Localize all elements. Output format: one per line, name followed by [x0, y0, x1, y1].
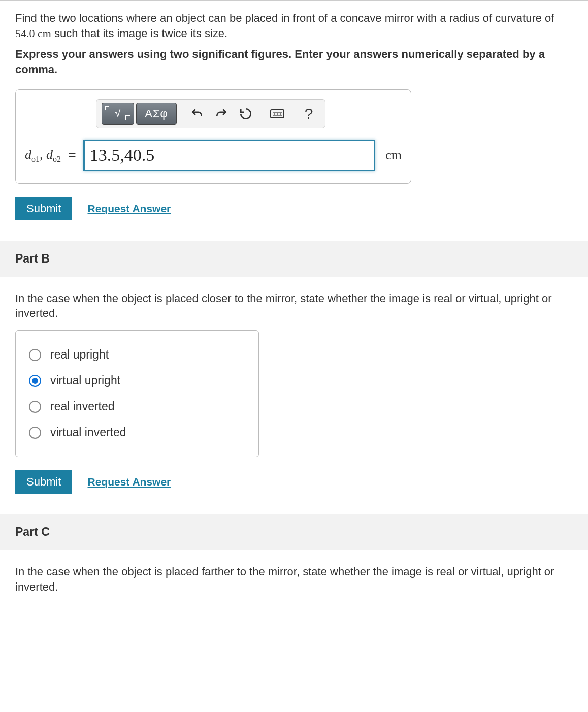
partC-prompt: In the case when the object is placed fa…: [15, 564, 573, 594]
radio-label: virtual inverted: [50, 426, 126, 439]
radio-label: real inverted: [50, 400, 115, 413]
partA-prompt-value: 54.0 cm: [15, 27, 51, 40]
radio-label: virtual upright: [50, 374, 120, 387]
radio-option[interactable]: real inverted: [29, 394, 245, 419]
templates-button[interactable]: √: [102, 103, 134, 125]
variable-label: do1, do2 =: [25, 147, 80, 164]
answer-input[interactable]: [83, 140, 376, 171]
radio-label: real upright: [50, 348, 109, 362]
undo-button[interactable]: [185, 103, 209, 124]
radio-icon[interactable]: [29, 375, 41, 387]
submit-button-partB[interactable]: Submit: [15, 470, 72, 494]
reset-button[interactable]: [234, 103, 258, 124]
partB-options: real uprightvirtual uprightreal inverted…: [15, 330, 259, 457]
formula-toolbar: √ ΑΣφ ?: [96, 99, 325, 128]
redo-button[interactable]: [209, 103, 234, 124]
unit-label: cm: [385, 148, 402, 163]
keyboard-button[interactable]: [265, 103, 289, 124]
radio-option[interactable]: virtual upright: [29, 368, 245, 394]
partA-prompt: Find the two locations where an object c…: [15, 11, 573, 41]
request-answer-link-partB[interactable]: Request Answer: [87, 476, 171, 488]
partB-header: Part B: [0, 241, 588, 277]
radio-option[interactable]: virtual inverted: [29, 419, 245, 445]
partA-instruction: Express your answers using two significa…: [15, 47, 573, 77]
keyboard-icon: [270, 109, 284, 118]
partA-prompt-pre: Find the two locations where an object c…: [15, 12, 554, 24]
radio-icon[interactable]: [29, 401, 41, 413]
radio-option[interactable]: real upright: [29, 342, 245, 368]
greek-symbols-button[interactable]: ΑΣφ: [136, 103, 177, 125]
partA-prompt-post: such that its image is twice its size.: [51, 27, 227, 40]
radio-icon[interactable]: [29, 349, 41, 361]
radio-icon[interactable]: [29, 427, 41, 439]
submit-button-partA[interactable]: Submit: [15, 197, 72, 220]
request-answer-link-partA[interactable]: Request Answer: [87, 203, 171, 215]
partB-prompt: In the case when the object is placed cl…: [15, 291, 573, 321]
partC-header: Part C: [0, 514, 588, 550]
answer-box: √ ΑΣφ ? do1, do2 = cm: [15, 89, 411, 184]
help-button[interactable]: ?: [297, 103, 321, 124]
